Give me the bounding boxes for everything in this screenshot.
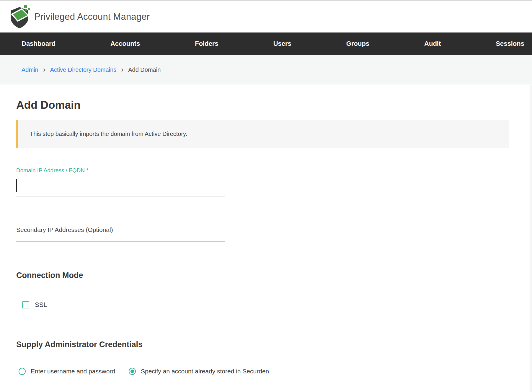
nav-item-users[interactable]: Users xyxy=(273,40,291,48)
ssl-checkbox-row[interactable]: SSL xyxy=(22,301,532,309)
credentials-heading: Supply Administrator Credentials xyxy=(16,339,532,349)
app-header: Privileged Account Manager xyxy=(0,1,532,32)
radio-circle-icon[interactable] xyxy=(19,368,26,375)
nav-item-dashboard[interactable]: Dashboard xyxy=(22,40,56,48)
radio-label-stored-account: Specify an account already stored in Sec… xyxy=(141,368,269,375)
secondary-ip-field[interactable]: Secondary IP Addresses (Optional) xyxy=(16,226,225,242)
credentials-options: Enter username and password Specify an a… xyxy=(19,368,532,375)
domain-ip-field: Domain IP Address / FQDN * xyxy=(16,167,225,196)
connection-mode-heading: Connection Mode xyxy=(16,270,532,280)
secondary-ip-label: Secondary IP Addresses (Optional) xyxy=(16,226,225,242)
shield-check-logo-icon xyxy=(9,5,30,29)
ssl-checkbox[interactable] xyxy=(22,301,29,308)
info-note: This step basically imports the domain f… xyxy=(16,120,509,148)
nav-item-accounts[interactable]: Accounts xyxy=(110,40,140,48)
radio-label-enter-credentials: Enter username and password xyxy=(31,368,115,375)
nav-item-folders[interactable]: Folders xyxy=(195,40,218,48)
radio-enter-username-password[interactable]: Enter username and password xyxy=(19,368,115,375)
ssl-checkbox-label: SSL xyxy=(35,301,47,309)
info-note-text: This step basically imports the domain f… xyxy=(30,131,187,137)
breadcrumb: Admin › Active Directory Domains › Add D… xyxy=(0,55,532,84)
domain-ip-label: Domain IP Address / FQDN * xyxy=(16,167,225,174)
app-title: Privileged Account Manager xyxy=(34,12,150,22)
breadcrumb-link-ad-domains[interactable]: Active Directory Domains xyxy=(50,66,117,73)
radio-circle-icon[interactable] xyxy=(129,368,136,375)
main-nav: Dashboard Accounts Folders Users Groups … xyxy=(0,32,532,55)
chevron-right-icon: › xyxy=(43,66,45,73)
text-cursor xyxy=(16,179,17,192)
breadcrumb-current: Add Domain xyxy=(128,66,161,73)
domain-ip-input[interactable] xyxy=(16,179,225,196)
radio-stored-account[interactable]: Specify an account already stored in Sec… xyxy=(129,368,269,375)
chevron-right-icon: › xyxy=(121,66,123,73)
scrollbar-track[interactable] xyxy=(530,85,532,392)
page-content: Add Domain This step basically imports t… xyxy=(0,99,532,375)
nav-item-audit[interactable]: Audit xyxy=(424,40,441,48)
nav-item-sessions[interactable]: Sessions xyxy=(496,40,524,48)
nav-item-groups[interactable]: Groups xyxy=(346,40,369,48)
breadcrumb-link-admin[interactable]: Admin xyxy=(22,66,38,73)
page-title: Add Domain xyxy=(16,99,532,111)
